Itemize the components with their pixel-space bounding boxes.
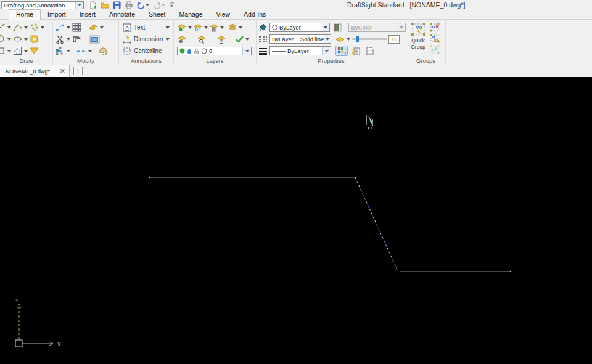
chevron-down-icon[interactable] [245,38,249,41]
chevron-down-icon[interactable] [24,50,28,52]
explode-tool-icon[interactable] [56,46,65,55]
drawing-canvas[interactable]: Y X [0,77,592,364]
layer-paste-icon[interactable] [216,34,226,44]
ellipse-tool-icon[interactable] [13,34,22,44]
highlight-tool-icon[interactable] [89,35,100,44]
chevron-down-icon[interactable] [67,50,70,52]
undo-icon[interactable] [137,1,149,9]
chevron-down-icon[interactable] [242,47,251,55]
layer-on-icon[interactable] [177,23,187,32]
line-color-select[interactable]: ByLayer [269,23,330,32]
tab-view[interactable]: View [210,10,237,19]
chevron-down-icon[interactable] [24,26,28,29]
layer-status-icon [179,48,185,54]
color-swatch-icon [272,25,278,30]
chevron-down-icon[interactable] [7,50,11,52]
quick-group-label: Quick Group [408,38,429,51]
pattern-color-select: ByColor [348,23,406,32]
new-file-icon[interactable] [89,1,97,9]
region-tool-icon[interactable] [30,34,39,44]
transparency-value-text: 0 [392,36,395,42]
save-icon[interactable] [113,1,121,9]
chevron-down-icon[interactable] [220,26,224,29]
panel-label-annotations: Annotations [119,57,173,64]
chevron-down-icon[interactable] [188,26,192,29]
tab-addins[interactable]: Add-Ins [237,10,273,19]
ungroup-icon[interactable] [430,23,440,33]
chevron-down-icon[interactable] [204,26,208,29]
new-sheet-button[interactable] [364,46,376,56]
offset-tool-icon[interactable] [72,34,81,44]
split-tool-icon[interactable] [76,48,86,54]
chevron-down-icon[interactable] [239,26,242,29]
layer-select[interactable]: 0 [177,47,252,55]
dimension-tool[interactable]: Dimension [119,33,173,45]
hatch-tool-icon[interactable] [13,46,22,55]
tab-home[interactable]: Home [9,9,41,20]
edit-group-icon[interactable] [430,34,440,44]
layer-check-icon[interactable] [235,35,244,43]
document-tab[interactable]: NONAME_0.dwg* ✕ [0,65,70,77]
tab-insert[interactable]: Insert [73,10,102,19]
workspace-selector-value: Drafting and Annotation [2,2,75,9]
open-folder-icon[interactable] [101,1,109,9]
trim-tool-icon[interactable] [56,34,65,44]
chevron-down-icon[interactable] [347,38,350,41]
pattern-tool-icon[interactable] [72,23,81,32]
text-tool[interactable]: A Text [119,22,173,33]
tab-manage[interactable]: Manage [173,10,210,19]
chevron-down-icon[interactable] [100,26,104,29]
svg-text:A: A [345,51,347,55]
chevron-down-icon[interactable] [7,26,11,29]
close-icon[interactable]: ✕ [59,68,67,75]
arc-tool-icon[interactable] [13,23,22,32]
customize-toolbar-icon[interactable] [169,2,175,9]
transparency-value[interactable]: 0 [388,35,400,44]
chevron-down-icon[interactable] [88,50,92,52]
line-tool-icon[interactable] [0,23,6,32]
layer-lock-icon[interactable] [209,23,219,32]
stretch-tool-icon[interactable] [98,46,109,55]
chevron-down-icon[interactable] [166,38,170,41]
point-tool-icon[interactable] [30,23,39,32]
chevron-down-icon[interactable] [166,26,170,29]
chevron-down-icon[interactable] [67,38,70,41]
chevron-down-icon[interactable] [322,47,331,55]
layer-preview-icon[interactable] [197,34,207,44]
chevron-down-icon[interactable] [321,23,329,31]
match-properties-button[interactable]: A [335,46,348,56]
centerline-tool[interactable]: Centerline [119,45,173,57]
workspace-selector[interactable]: Drafting and Annotation [1,1,84,9]
tab-sheet[interactable]: Sheet [142,10,172,19]
rectangle-tool-icon[interactable] [0,46,6,55]
move-tool-icon[interactable] [56,23,65,32]
layer-settings-icon[interactable] [177,34,187,44]
slider-thumb[interactable] [356,36,359,42]
transparency-slider[interactable] [352,35,387,43]
linestyle-name: Solid line [298,36,324,42]
chevron-down-icon[interactable] [24,38,28,41]
linestyle-bylayer: ByLayer [270,36,294,42]
color-bars-icon[interactable] [334,23,342,32]
group-manager-icon[interactable] [430,45,440,55]
new-document-tab-button[interactable] [73,67,83,75]
layer-add-icon[interactable] [193,23,203,32]
polygon-tool-icon[interactable] [30,47,39,55]
lineweight-select[interactable]: ByLayer [269,46,331,55]
print-icon[interactable] [125,1,133,9]
linestyle-select[interactable]: ByLayer Solid line [269,34,331,44]
redo-icon[interactable] [153,1,165,9]
tab-annotate[interactable]: Annotate [102,10,142,19]
chevron-down-icon[interactable] [7,38,11,41]
layers-stack-icon[interactable] [228,23,237,32]
chevron-down-icon[interactable] [41,26,44,29]
chevron-down-icon[interactable] [67,26,70,29]
erase-tool-icon[interactable] [88,23,98,31]
tab-import[interactable]: Import [41,10,73,19]
circle-tool-icon[interactable] [0,34,6,44]
layer-transparency-icon[interactable] [335,36,345,43]
chevron-down-icon[interactable] [324,35,331,43]
annotation-notes-button[interactable] [350,46,362,56]
chevron-down-icon[interactable] [75,2,83,9]
line-color-value: ByLayer [278,24,301,31]
